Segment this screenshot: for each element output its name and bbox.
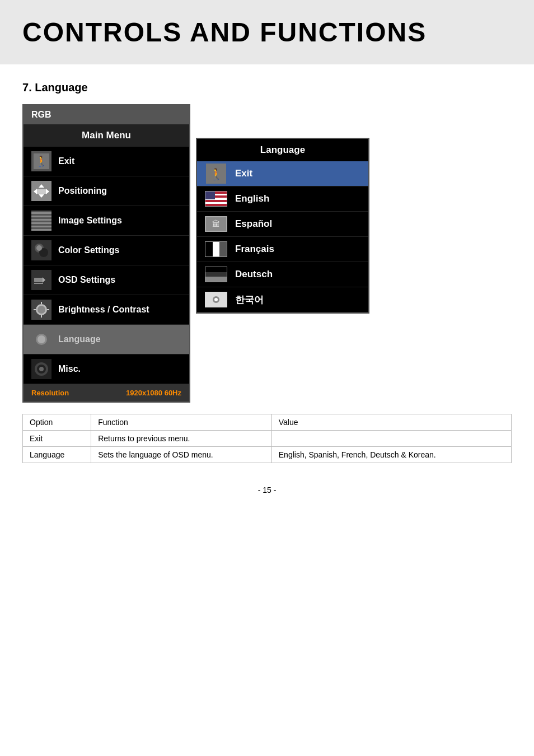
page-content: 7. Language RGB Main Menu 🚶 Exit (0, 81, 534, 494)
osd-container: RGB Main Menu 🚶 Exit (22, 104, 512, 403)
menu-item-osd-settings[interactable]: OSD Settings (24, 265, 189, 295)
lang-exit-icon: 🚶 (205, 166, 227, 181)
brightness-contrast-icon (31, 300, 51, 320)
flag-us-icon (205, 191, 227, 207)
lang-english-label: English (235, 193, 269, 204)
menu-item-brightness-contrast[interactable]: Brightness / Contrast (24, 295, 189, 325)
lang-item-korean[interactable]: 한국어 (197, 287, 368, 312)
resolution-value: 1920x1080 60Hz (126, 389, 181, 397)
svg-text:🚶: 🚶 (35, 155, 48, 167)
lang-espanol-label: Español (235, 218, 272, 230)
lang-exit-label: Exit (235, 168, 252, 179)
section-title: 7. Language (22, 81, 512, 94)
menu-item-color-settings[interactable]: Color Settings (24, 236, 189, 265)
table-cell-option-1: Language (23, 447, 91, 463)
flag-fr-icon (205, 241, 227, 257)
color-settings-icon (31, 240, 51, 260)
page-header: CONTROLS AND FUNCTIONS (0, 0, 534, 64)
position-icon (31, 181, 51, 201)
svg-text:🚶: 🚶 (209, 167, 223, 181)
menu-item-positioning[interactable]: Positioning (24, 176, 189, 206)
table-header-option: Option (23, 414, 91, 431)
menu-item-image-settings[interactable]: Image Settings (24, 206, 189, 236)
main-menu: RGB Main Menu 🚶 Exit (22, 104, 190, 403)
menu-item-language[interactable]: Language (24, 325, 189, 354)
resolution-label: Resolution (31, 389, 69, 397)
svg-rect-13 (34, 278, 43, 282)
svg-text:🏛: 🏛 (212, 220, 220, 228)
menu-item-exit-label: Exit (58, 156, 74, 166)
misc-icon (31, 359, 51, 379)
lang-item-espanol[interactable]: 🏛 Español (197, 212, 368, 237)
flag-es-icon: 🏛 (205, 216, 227, 232)
table-cell-function-1: Sets the language of OSD menu. (91, 447, 272, 463)
language-menu: Language 🚶 Exit English (196, 138, 369, 314)
menu-item-image-label: Image Settings (58, 216, 122, 226)
main-menu-title: Main Menu (24, 124, 189, 147)
menu-item-misc-label: Misc. (58, 364, 81, 374)
image-settings-icon (31, 211, 51, 231)
page-number: - 15 - (22, 486, 512, 494)
flag-de-icon (205, 267, 227, 282)
menu-item-positioning-label: Positioning (58, 186, 107, 196)
language-menu-title: Language (197, 139, 368, 161)
table-row: Language Sets the language of OSD menu. … (23, 447, 512, 463)
menu-item-color-label: Color Settings (58, 245, 119, 255)
menu-item-brightness-label: Brightness / Contrast (58, 305, 149, 315)
lang-item-deutsch[interactable]: Deutsch (197, 262, 368, 287)
svg-point-25 (38, 335, 45, 343)
rgb-bar: RGB (24, 105, 189, 124)
svg-rect-3 (36, 189, 47, 194)
menu-item-osd-label: OSD Settings (58, 275, 115, 285)
lang-item-exit[interactable]: 🚶 Exit (197, 161, 368, 186)
menu-footer: Resolution 1920x1080 60Hz (24, 384, 189, 402)
page-title: CONTROLS AND FUNCTIONS (22, 17, 512, 48)
lang-deutsch-label: Deutsch (235, 269, 273, 280)
svg-point-37 (214, 298, 218, 301)
table-cell-value-1: English, Spanish, French, Deutsch & Kore… (271, 447, 511, 463)
table-header-value: Value (271, 414, 511, 431)
function-table: Option Function Value Exit Returns to pr… (22, 414, 512, 463)
exit-icon: 🚶 (31, 151, 51, 171)
menu-item-exit[interactable]: 🚶 Exit (24, 147, 189, 176)
lang-item-english[interactable]: English (197, 186, 368, 212)
lang-korean-label: 한국어 (235, 293, 264, 306)
table-cell-function-0: Returns to previous menu. (91, 431, 272, 447)
table-cell-value-0 (271, 431, 511, 447)
svg-point-29 (39, 367, 44, 371)
menu-item-language-label: Language (58, 334, 101, 344)
lang-item-francais[interactable]: Français (197, 237, 368, 262)
flag-kr-icon (205, 292, 227, 307)
svg-point-11 (36, 245, 42, 251)
table-row: Exit Returns to previous menu. (23, 431, 512, 447)
table-header-function: Function (91, 414, 272, 431)
language-icon (31, 329, 51, 349)
menu-item-misc[interactable]: Misc. (24, 354, 189, 384)
table-cell-option-0: Exit (23, 431, 91, 447)
svg-point-18 (38, 306, 45, 314)
osd-settings-icon (31, 270, 51, 290)
lang-francais-label: Français (235, 244, 274, 255)
